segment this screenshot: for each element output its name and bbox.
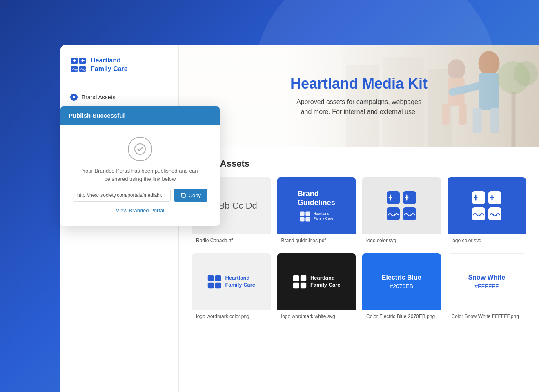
main-content: Heartland Media Kit Approved assets for …: [179, 45, 539, 392]
asset-label-font: Radio Canada.ttf: [192, 234, 271, 247]
nav-label-brand-assets: Brand Assets: [82, 94, 116, 100]
sidebar-item-brand-assets[interactable]: Brand Assets: [60, 90, 178, 104]
brand-guidelines-small-text: Heartland Family Care: [313, 212, 333, 221]
svg-rect-33: [208, 283, 214, 288]
asset-card-brand-guidelines[interactable]: Brand Guidelines Heartland: [277, 177, 356, 247]
asset-card-logo-wordmark-white[interactable]: Heartland Family Care logo wordmark whit…: [277, 253, 356, 323]
hero-banner: Heartland Media Kit Approved assets for …: [179, 45, 539, 147]
svg-rect-22: [306, 217, 310, 221]
logo-color-gray-thumbnail: [362, 177, 441, 234]
brand-guidelines-logo-icon: [299, 211, 311, 222]
brand-guidelines-logo-area: Heartland Family Care: [299, 211, 333, 222]
svg-point-39: [135, 144, 145, 154]
logo-color-blue-icon: [470, 189, 503, 222]
hero-text: Heartland Media Kit Approved assets for …: [290, 75, 428, 117]
asset-label-logo-color-blue: logo color.svg: [448, 234, 526, 247]
svg-rect-31: [208, 275, 214, 281]
asset-label-brand-guidelines: Brand guidelines.pdf: [277, 234, 356, 247]
electric-blue-name: Electric Blue: [382, 274, 421, 281]
svg-rect-35: [293, 275, 299, 281]
svg-rect-32: [215, 275, 221, 281]
view-branded-portal-link[interactable]: View Branded Portal: [116, 207, 164, 214]
logo-wordmark-color-icon: [207, 274, 222, 289]
hfc-logo-icon: [70, 57, 87, 73]
asset-card-logo-wordmark-color[interactable]: Heartland Family Care logo wordmark colo…: [192, 253, 271, 323]
asset-card-snow-white[interactable]: Snow White #FFFFFF Color Snow White FFFF…: [448, 253, 526, 323]
publish-link-row: Copy: [73, 189, 207, 202]
snow-white-name: Snow White: [468, 274, 505, 281]
logo-wordmark-white-thumbnail: Heartland Family Care: [277, 253, 356, 310]
logo-color-blue-thumbnail: [448, 177, 526, 234]
logo-wordmark-white-icon: [292, 274, 307, 289]
logo-wordmark-color-content: Heartland Family Care: [207, 274, 255, 289]
electric-blue-hex: #2070EB: [390, 283, 413, 290]
asset-label-snow-white: Color Snow White FFFFFF.png: [448, 310, 526, 323]
svg-rect-19: [300, 211, 305, 216]
asset-card-logo-color-blue[interactable]: logo color.svg: [448, 177, 526, 247]
svg-rect-34: [215, 283, 221, 288]
svg-rect-38: [301, 283, 306, 288]
asset-label-logo-color-gray: logo color.svg: [362, 234, 441, 247]
svg-rect-20: [306, 211, 310, 216]
svg-rect-37: [293, 283, 299, 288]
asset-card-electric-blue[interactable]: Electric Blue #2070EB Color Electric Blu…: [362, 253, 441, 323]
publish-modal: Publish Successful Your Branded Portal h…: [60, 106, 220, 226]
section-title: Brand Assets: [192, 158, 526, 169]
asset-card-logo-color-gray[interactable]: logo color.svg: [362, 177, 441, 247]
snow-white-thumbnail: Snow White #FFFFFF: [448, 253, 526, 310]
logo-text: Heartland Family Care: [91, 56, 128, 74]
logo-wordmark-color-text: Heartland Family Care: [225, 275, 255, 289]
logo-wordmark-white-content: Heartland Family Care: [292, 274, 341, 289]
hero-subtitle: Approved assets for campaigns, webpages …: [290, 97, 428, 117]
electric-blue-thumbnail: Electric Blue #2070EB: [362, 253, 441, 310]
logo-mark: Heartland Family Care: [70, 56, 169, 74]
svg-rect-40: [182, 194, 185, 197]
assets-section: Brand Assets Aa Bb Cc Dd Radio Canada.tt…: [179, 147, 539, 334]
publish-link-input[interactable]: [73, 189, 171, 202]
publish-modal-body: Your Branded Portal has been published a…: [60, 125, 220, 226]
sidebar-logo-area: Heartland Family Care: [60, 45, 178, 82]
asset-label-logo-wordmark-color: logo wordmark color.png: [192, 310, 271, 323]
logo-wordmark-white-text: Heartland Family Care: [310, 275, 341, 289]
publish-description: Your Branded Portal has been published a…: [82, 167, 198, 183]
copy-button-label: Copy: [189, 192, 201, 198]
svg-rect-36: [301, 275, 306, 281]
copy-icon: [180, 192, 186, 198]
checkmark-svg: [134, 143, 146, 155]
asset-label-logo-wordmark-white: logo wordmark white.svg: [277, 310, 356, 323]
nav-radio-brand-assets: [70, 94, 78, 101]
logo-wordmark-color-thumbnail: Heartland Family Care: [192, 253, 271, 310]
logo-color-gray-icon: [385, 189, 418, 222]
svg-rect-21: [300, 217, 305, 221]
copy-button[interactable]: Copy: [174, 189, 207, 202]
snow-white-hex: #FFFFFF: [474, 283, 499, 290]
brand-guidelines-title: Brand Guidelines: [298, 189, 335, 207]
assets-grid: Aa Bb Cc Dd Radio Canada.ttf Brand Guide…: [192, 177, 526, 323]
brand-guidelines-thumbnail: Brand Guidelines Heartland: [277, 177, 356, 234]
hero-title: Heartland Media Kit: [290, 75, 428, 92]
asset-label-electric-blue: Color Electric Blue 2070EB.png: [362, 310, 441, 323]
success-check-icon: [128, 137, 152, 161]
publish-modal-header: Publish Successful: [60, 106, 220, 125]
